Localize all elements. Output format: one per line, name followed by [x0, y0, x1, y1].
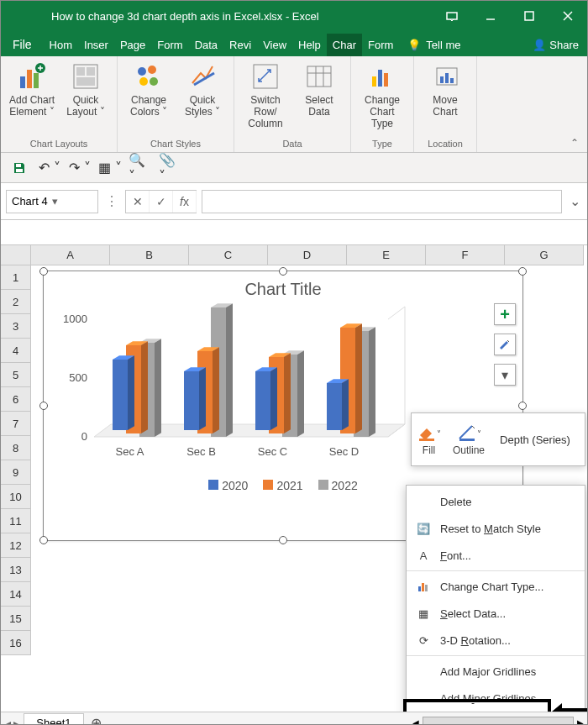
tab-view[interactable]: View: [257, 34, 292, 56]
menu-item-add-major-gridlines[interactable]: Add Major Gridlines: [407, 658, 585, 685]
row-header[interactable]: 15: [1, 607, 31, 631]
row-header[interactable]: 4: [1, 339, 31, 363]
quick-layout-button[interactable]: Quick Layout ˅: [61, 60, 110, 118]
tab-help[interactable]: Help: [292, 34, 327, 56]
sheet-tab-active[interactable]: Sheet1: [24, 713, 83, 726]
qat-button-2[interactable]: 🔍 ˅: [129, 156, 152, 180]
save-button[interactable]: [8, 156, 31, 180]
row-header[interactable]: 16: [1, 631, 31, 655]
chart-filters-button[interactable]: ▾: [494, 364, 516, 386]
series-selector[interactable]: Depth (Series): [500, 433, 570, 446]
sheet-nav[interactable]: ◂ ▸: [1, 717, 24, 726]
resize-handle[interactable]: [39, 536, 48, 544]
add-chart-element-button[interactable]: Add Chart Element ˅: [8, 60, 56, 118]
row-header[interactable]: 8: [1, 436, 31, 460]
insert-function-button[interactable]: fx: [173, 191, 197, 213]
add-sheet-button[interactable]: ⊕: [84, 715, 108, 725]
resize-handle[interactable]: [518, 402, 527, 410]
horizontal-scrollbar[interactable]: [423, 717, 574, 726]
select-all-button[interactable]: [1, 245, 31, 265]
ribbon: Add Chart Element ˅Quick Layout ˅Chart L…: [1, 56, 587, 153]
quick-styles-button[interactable]: Quick Styles ˅: [178, 60, 227, 118]
resize-handle[interactable]: [518, 267, 527, 276]
tab-form[interactable]: Form: [362, 34, 399, 56]
scroll-right-button[interactable]: ▶: [577, 718, 584, 725]
row-header[interactable]: 13: [1, 558, 31, 582]
menu-item-change-chart-type[interactable]: Change Chart Type...: [407, 573, 585, 600]
tab-file[interactable]: File: [1, 33, 44, 56]
column-header[interactable]: G: [505, 245, 584, 265]
chart-elements-button[interactable]: +: [494, 303, 516, 325]
tab-page[interactable]: Page: [114, 34, 151, 56]
legend-item[interactable]: 2021: [263, 479, 302, 492]
share-button[interactable]: 👤 Share: [524, 34, 587, 56]
resize-handle[interactable]: [39, 267, 48, 276]
row-header[interactable]: 6: [1, 387, 31, 412]
menu-item-d-rotation[interactable]: ⟳3-D Rotation...: [407, 627, 585, 654]
formula-bar: Chart 4 ▾ ⋮ ✕ ✓ fx ⌄: [1, 183, 587, 220]
svg-rect-52: [184, 371, 199, 430]
row-header[interactable]: 12: [1, 533, 31, 558]
menu-item-reset-to-match-style[interactable]: 🔄Reset to Match Style: [407, 515, 585, 542]
chart-title[interactable]: Chart Title: [44, 271, 522, 302]
switch-row-column-button[interactable]: Switch Row/ Column: [241, 60, 290, 129]
menu-item-delete[interactable]: Delete: [407, 488, 585, 515]
column-header[interactable]: A: [31, 245, 110, 265]
svg-rect-22: [372, 76, 376, 87]
column-header[interactable]: B: [110, 245, 189, 265]
row-header[interactable]: 7: [1, 412, 31, 436]
row-header[interactable]: 10: [1, 485, 31, 509]
change-colors-button[interactable]: Change Colors ˅: [124, 60, 173, 118]
resize-handle[interactable]: [279, 536, 287, 544]
column-header[interactable]: D: [268, 245, 347, 265]
row-header[interactable]: 2: [1, 290, 31, 314]
svg-rect-6: [27, 70, 32, 88]
row-header[interactable]: 11: [1, 509, 31, 533]
menu-item-font[interactable]: AFont...: [407, 542, 585, 569]
tab-char[interactable]: Char: [327, 34, 362, 56]
qat-button-3[interactable]: 📎 ˅: [159, 156, 182, 180]
fill-button[interactable]: ˅ Fill: [417, 423, 441, 456]
column-header[interactable]: E: [347, 245, 426, 265]
ribbon-display-options-button[interactable]: [433, 1, 471, 31]
close-button[interactable]: [549, 1, 587, 31]
outline-button[interactable]: ˅ Outline: [453, 423, 485, 456]
expand-formula-bar-button[interactable]: ⌄: [567, 193, 582, 209]
column-header[interactable]: C: [189, 245, 268, 265]
svg-marker-41: [128, 355, 134, 430]
enter-formula-button[interactable]: ✓: [150, 191, 173, 213]
row-header[interactable]: 1: [1, 265, 31, 290]
tell-me[interactable]: 💡 Tell me: [399, 34, 469, 56]
chart-styles-button[interactable]: [494, 334, 516, 355]
collapse-ribbon-button[interactable]: ⌃: [565, 135, 584, 150]
tab-revi[interactable]: Revi: [223, 34, 257, 56]
row-header[interactable]: 5: [1, 363, 31, 387]
menu-item-select-data[interactable]: ▦Select Data...: [407, 600, 585, 627]
column-header[interactable]: F: [426, 245, 505, 265]
row-header[interactable]: 14: [1, 582, 31, 607]
cancel-formula-button[interactable]: ✕: [126, 191, 150, 213]
name-box[interactable]: Chart 4 ▾: [6, 190, 98, 213]
share-icon: 👤: [533, 39, 546, 51]
tab-form[interactable]: Form: [151, 34, 188, 56]
scroll-left-button[interactable]: ◀: [412, 718, 419, 725]
formula-input[interactable]: [202, 190, 562, 213]
move-chart-button[interactable]: Move Chart: [421, 60, 470, 118]
change-chart-type-button[interactable]: Change Chart Type: [358, 60, 407, 129]
maximize-button[interactable]: [510, 1, 549, 31]
select-data-button[interactable]: Select Data: [295, 60, 344, 118]
row-header[interactable]: 9: [1, 460, 31, 485]
qat-button-1[interactable]: ▦ ˅: [98, 156, 122, 180]
tab-data[interactable]: Data: [189, 34, 223, 56]
tab-inser[interactable]: Inser: [78, 34, 114, 56]
minimize-button[interactable]: [471, 1, 510, 31]
undo-button[interactable]: ↶ ˅: [38, 156, 61, 180]
redo-button[interactable]: ↷ ˅: [68, 156, 92, 180]
row-header[interactable]: 3: [1, 314, 31, 339]
spreadsheet-grid[interactable]: ABCDEFG 12345678910111213141516 Chart Ti…: [1, 245, 587, 712]
chart-plot-area[interactable]: 05001000Sec ASec BSec CSec D: [44, 302, 413, 470]
tab-hom[interactable]: Hom: [44, 34, 78, 56]
legend-item[interactable]: 2020: [208, 479, 248, 492]
resize-handle[interactable]: [279, 267, 287, 276]
legend-item[interactable]: 2022: [318, 479, 358, 492]
